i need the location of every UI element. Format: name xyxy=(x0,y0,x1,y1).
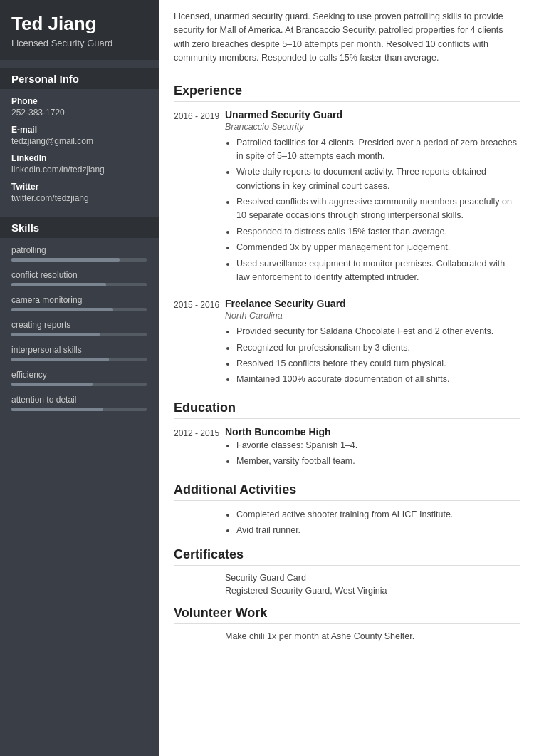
certificates-title: Certificates xyxy=(174,547,520,566)
bullet: Provided security for Saldana Chocolate … xyxy=(236,325,520,338)
bullet: Responded to distress calls 15% faster t… xyxy=(236,225,520,239)
skill-bar-fill xyxy=(11,308,113,311)
cert-spacer xyxy=(174,573,225,583)
bullet: Maintained 100% accurate documentation o… xyxy=(236,373,520,386)
skill-item: interpersonal skills xyxy=(11,345,148,361)
skill-item: camera monitoring xyxy=(11,295,148,311)
skills-label: Skills xyxy=(0,217,159,238)
volunteer-spacer xyxy=(174,631,225,641)
exp-bullets: Patrolled facilities for 4 clients. Pres… xyxy=(225,136,520,285)
volunteer-item: Make chili 1x per month at Ashe County S… xyxy=(174,631,520,641)
skill-bar xyxy=(11,333,147,336)
twitter-label: Twitter xyxy=(11,182,148,192)
skill-item: efficiency xyxy=(11,370,148,386)
skill-bar-fill xyxy=(11,333,100,336)
bullet: Commended 3x by upper management for jud… xyxy=(236,241,520,254)
cert-spacer xyxy=(174,586,225,596)
skill-name: attention to detail xyxy=(11,395,148,405)
exp-company: Brancaccio Security xyxy=(225,122,520,132)
bullet: Resolved conflicts with aggressive commu… xyxy=(236,195,520,223)
additional-section: Additional Activities Completed active s… xyxy=(174,482,520,538)
exp-bullets: Provided security for Saldana Chocolate … xyxy=(225,325,520,387)
personal-info-label: Personal Info xyxy=(0,68,159,89)
bullet: Wrote daily reports to document activity… xyxy=(236,165,520,193)
phone-label: Phone xyxy=(11,96,148,106)
twitter-value: twitter.com/tedzjiang xyxy=(11,193,148,203)
main-content: Licensed, unarmed security guard. Seekin… xyxy=(159,0,534,756)
bullet: Patrolled facilities for 4 clients. Pres… xyxy=(236,136,520,164)
sidebar: Ted Jiang Licensed Security Guard Person… xyxy=(0,0,159,756)
skill-name: interpersonal skills xyxy=(11,345,148,355)
skill-bar xyxy=(11,408,147,411)
skill-bar xyxy=(11,308,147,311)
bullet: Recognized for professionalism by 3 clie… xyxy=(236,341,520,355)
bullet: Used surveillance equipment to monitor p… xyxy=(236,257,520,285)
experience-title: Experience xyxy=(174,83,520,102)
certificates-section: Certificates Security Guard Card Registe… xyxy=(174,547,520,596)
experience-section: Experience 2016 - 2019 Unarmed Security … xyxy=(174,83,520,389)
edu-bullets: Favorite classes: Spanish 1–4.Member, va… xyxy=(225,439,520,469)
bullet: Favorite classes: Spanish 1–4. xyxy=(236,439,520,452)
bullet: Resolved 15 conflicts before they could … xyxy=(236,357,520,371)
education-section: Education 2012 - 2015 North Buncombe Hig… xyxy=(174,400,520,471)
exp-company: North Carolina xyxy=(225,311,520,321)
volunteer-text: Make chili 1x per month at Ashe County S… xyxy=(225,631,520,641)
certificates-list: Security Guard Card Registered Security … xyxy=(174,573,520,596)
additional-title: Additional Activities xyxy=(174,482,520,501)
experience-list: 2016 - 2019 Unarmed Security Guard Branc… xyxy=(174,109,520,389)
skill-name: camera monitoring xyxy=(11,295,148,305)
linkedin-label: LinkedIn xyxy=(11,153,148,163)
certificate-item: Security Guard Card xyxy=(174,573,520,583)
additional-item: Avid trail runner. xyxy=(236,524,520,537)
skill-item: creating reports xyxy=(11,320,148,336)
exp-title: Unarmed Security Guard xyxy=(225,109,520,120)
certificate-item: Registered Security Guard, West Virginia xyxy=(174,586,520,596)
personal-info-section: Personal Info Phone 252-383-1720 E-mail … xyxy=(0,60,159,209)
cert-name: Registered Security Guard, West Virginia xyxy=(225,586,520,596)
edu-content: North Buncombe High Favorite classes: Sp… xyxy=(225,426,520,471)
skill-item: conflict resolution xyxy=(11,270,148,286)
skill-item: patrolling xyxy=(11,245,148,262)
experience-item: 2016 - 2019 Unarmed Security Guard Branc… xyxy=(174,109,520,287)
additional-list: Completed active shooter training from A… xyxy=(174,508,520,538)
education-title: Education xyxy=(174,400,520,419)
phone-value: 252-383-1720 xyxy=(11,108,148,118)
skill-item: attention to detail xyxy=(11,395,148,411)
edu-dates: 2012 - 2015 xyxy=(174,426,225,471)
skill-bar-fill xyxy=(11,258,120,262)
resume-container: Ted Jiang Licensed Security Guard Person… xyxy=(0,0,534,756)
linkedin-value: linkedin.com/in/tedzjiang xyxy=(11,165,148,175)
candidate-name: Ted Jiang xyxy=(11,13,148,35)
skills-section: Skills patrolling conflict resolution ca… xyxy=(0,209,159,423)
skill-bar xyxy=(11,283,147,286)
email-value: tedzjiang@gmail.com xyxy=(11,136,148,146)
skill-name: conflict resolution xyxy=(11,270,148,280)
edu-school: North Buncombe High xyxy=(225,426,520,437)
skill-bar xyxy=(11,383,147,386)
sidebar-header: Ted Jiang Licensed Security Guard xyxy=(0,0,159,60)
cert-name: Security Guard Card xyxy=(225,573,520,583)
exp-dates: 2016 - 2019 xyxy=(174,109,225,287)
exp-title: Freelance Security Guard xyxy=(225,298,520,309)
skill-bar-fill xyxy=(11,283,106,286)
skill-name: efficiency xyxy=(11,370,148,380)
summary: Licensed, unarmed security guard. Seekin… xyxy=(174,10,520,73)
skills-list: patrolling conflict resolution camera mo… xyxy=(11,245,148,411)
skill-name: patrolling xyxy=(11,245,148,255)
skill-bar xyxy=(11,358,147,361)
exp-content: Unarmed Security Guard Brancaccio Securi… xyxy=(225,109,520,287)
experience-item: 2015 - 2016 Freelance Security Guard Nor… xyxy=(174,298,520,389)
skill-bar xyxy=(11,258,147,262)
volunteer-title: Volunteer Work xyxy=(174,606,520,624)
education-item: 2012 - 2015 North Buncombe High Favorite… xyxy=(174,426,520,471)
volunteer-section: Volunteer Work Make chili 1x per month a… xyxy=(174,606,520,641)
skill-name: creating reports xyxy=(11,320,148,330)
skill-bar-fill xyxy=(11,383,93,386)
bullet: Member, varsity football team. xyxy=(236,455,520,468)
skill-bar-fill xyxy=(11,408,103,411)
education-list: 2012 - 2015 North Buncombe High Favorite… xyxy=(174,426,520,471)
additional-item: Completed active shooter training from A… xyxy=(236,508,520,522)
volunteer-list: Make chili 1x per month at Ashe County S… xyxy=(174,631,520,641)
candidate-title: Licensed Security Guard xyxy=(11,38,148,48)
email-label: E-mail xyxy=(11,125,148,135)
